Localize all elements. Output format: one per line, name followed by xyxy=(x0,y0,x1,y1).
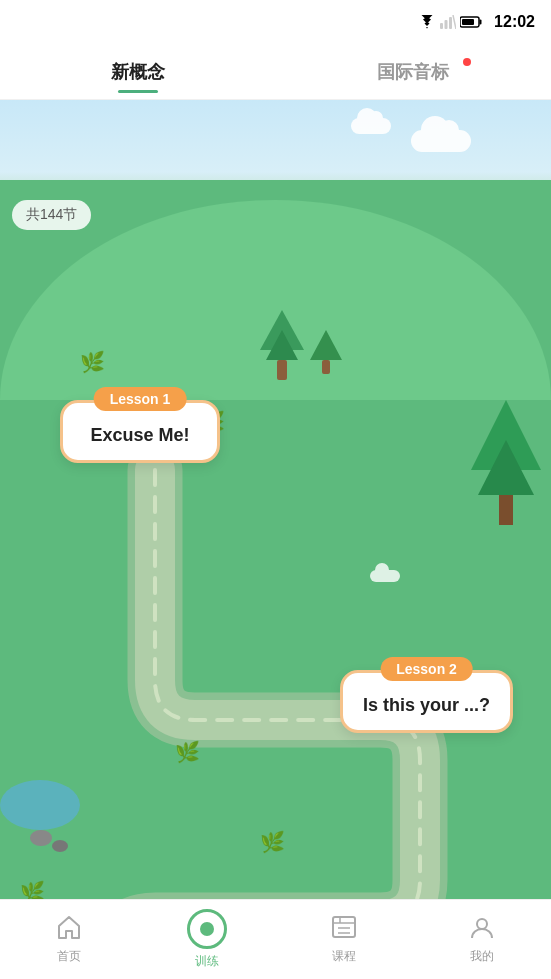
status-time: 12:02 xyxy=(494,13,535,31)
home-icon xyxy=(55,914,83,944)
header: 新概念 国际音标 xyxy=(0,44,551,100)
course-icon xyxy=(330,914,358,944)
pond xyxy=(0,780,80,830)
nav-mine[interactable]: 我的 xyxy=(413,914,551,965)
nav-mine-label: 我的 xyxy=(470,948,494,965)
status-icons: 12:02 xyxy=(418,13,535,31)
nav-train[interactable]: 训练 xyxy=(138,909,276,970)
svg-rect-1 xyxy=(445,20,448,29)
lesson-card-2[interactable]: Lesson 2 Is this your ...? xyxy=(340,670,513,733)
lesson-2-badge: Lesson 2 xyxy=(380,657,473,681)
rock-1 xyxy=(30,830,52,846)
big-tree-trunk xyxy=(499,495,513,525)
nav-train-label: 训练 xyxy=(195,953,219,970)
tab-xingainian[interactable]: 新概念 xyxy=(0,52,276,92)
signal-icon xyxy=(440,15,456,29)
grass-5: 🌿 xyxy=(20,880,45,899)
rock-2 xyxy=(52,840,68,852)
svg-point-12 xyxy=(477,919,487,929)
cloud-1 xyxy=(411,130,471,152)
lesson-1-title: Excuse Me! xyxy=(83,425,197,446)
road-path xyxy=(0,180,551,899)
main-area: 🌿 🌿 🌿 🌿 🌿 Lesson 1 Excuse Me! Lesson 2 I… xyxy=(0,100,551,899)
svg-rect-5 xyxy=(480,20,482,25)
lesson-card-1[interactable]: Lesson 1 Excuse Me! xyxy=(60,400,220,463)
small-cloud xyxy=(370,570,400,582)
grass-3: 🌿 xyxy=(175,740,200,764)
count-badge: 共144节 xyxy=(12,200,91,230)
lesson-1-badge: Lesson 1 xyxy=(94,387,187,411)
nav-home[interactable]: 首页 xyxy=(0,914,138,965)
grass-4: 🌿 xyxy=(260,830,285,854)
battery-icon xyxy=(460,16,482,28)
big-tree-top2 xyxy=(478,440,534,495)
lesson-2-title: Is this your ...? xyxy=(363,695,490,716)
cloud-2 xyxy=(351,118,391,134)
train-icon xyxy=(187,909,227,949)
svg-rect-6 xyxy=(462,19,474,25)
bottom-nav: 首页 训练 课程 我的 xyxy=(0,899,551,979)
ground: 🌿 🌿 🌿 🌿 🌿 Lesson 1 Excuse Me! Lesson 2 I… xyxy=(0,180,551,899)
tab-guojiyinbiao[interactable]: 国际音标 xyxy=(276,52,552,92)
tab-dot xyxy=(463,58,471,66)
mine-icon xyxy=(468,914,496,944)
big-tree xyxy=(471,400,541,525)
svg-rect-2 xyxy=(449,17,452,29)
nav-home-label: 首页 xyxy=(57,948,81,965)
tree-2 xyxy=(310,330,342,374)
tree-1 xyxy=(260,310,304,380)
nav-course-label: 课程 xyxy=(332,948,356,965)
grass-1: 🌿 xyxy=(80,350,105,374)
svg-rect-7 xyxy=(333,917,355,937)
svg-rect-0 xyxy=(440,23,443,29)
svg-line-3 xyxy=(453,15,456,29)
train-center-dot xyxy=(200,922,214,936)
status-bar: 12:02 xyxy=(0,0,551,44)
wifi-icon xyxy=(418,15,436,29)
nav-course[interactable]: 课程 xyxy=(276,914,414,965)
